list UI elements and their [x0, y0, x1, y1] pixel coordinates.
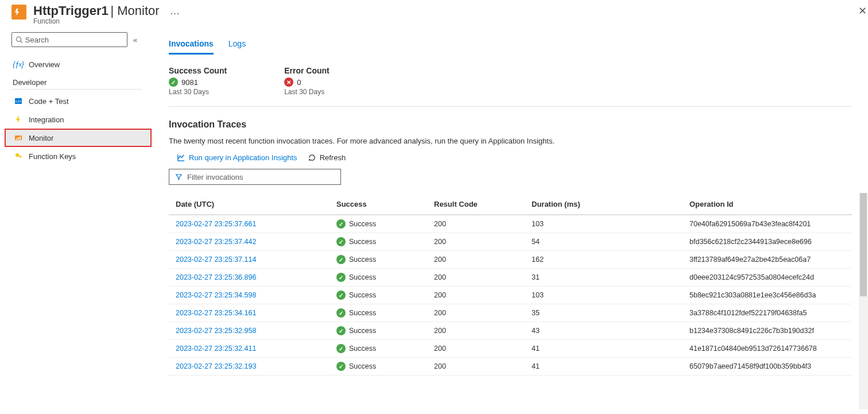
svg-rect-10: [20, 156, 21, 158]
refresh-icon: [308, 153, 316, 162]
tab-invocations[interactable]: Invocations: [169, 39, 214, 55]
cell-operation: 3ff213789af649e27a2be42b5eac06a7: [683, 251, 852, 269]
cell-success: ✓Success: [330, 251, 427, 269]
table-row: 2023-02-27 23:25:34.598✓Success2001035b8…: [169, 287, 852, 304]
sidebar-item-function-keys[interactable]: Function Keys: [11, 147, 150, 165]
sidebar-item-monitor[interactable]: Monitor: [5, 129, 152, 147]
refresh-button[interactable]: Refresh: [308, 153, 346, 162]
search-input[interactable]: [25, 36, 123, 44]
cell-success: ✓Success: [330, 304, 427, 322]
cell-result: 200: [427, 322, 525, 340]
sidebar-item-overview[interactable]: {ƒx} Overview: [11, 55, 150, 73]
cell-duration: 31: [525, 269, 683, 287]
table-row: 2023-02-27 23:25:37.442✓Success20054bfd3…: [169, 233, 852, 251]
cell-success: ✓Success: [330, 215, 427, 233]
svg-rect-6: [18, 137, 19, 140]
cell-operation: 5b8ec921c303a0881e1ee3c456e86d3a: [683, 287, 852, 304]
run-query-link[interactable]: Run query in Application Insights: [177, 153, 297, 162]
cell-date[interactable]: 2023-02-27 23:25:36.896: [169, 269, 330, 287]
invocations-table: Date (UTC) Success Result Code Duration …: [169, 194, 852, 376]
more-actions-button[interactable]: …: [170, 5, 181, 17]
cell-result: 200: [427, 358, 525, 376]
cell-success: ✓Success: [330, 322, 427, 340]
metric-error: Error Count ✕ 0 Last 30 Days: [284, 66, 330, 96]
success-icon: ✓: [336, 219, 346, 229]
cell-date[interactable]: 2023-02-27 23:25:32.411: [169, 340, 330, 358]
success-icon: ✓: [336, 255, 346, 264]
table-row: 2023-02-27 23:25:36.896✓Success20031d0ee…: [169, 269, 852, 287]
sidebar: « {ƒx} Overview Developer </> Code + Tes…: [0, 28, 150, 409]
close-button[interactable]: ✕: [858, 5, 867, 17]
th-success[interactable]: Success: [330, 194, 427, 215]
cell-result: 200: [427, 215, 525, 233]
cell-date[interactable]: 2023-02-27 23:25:32.958: [169, 322, 330, 340]
lightning-icon: [14, 115, 23, 123]
refresh-label: Refresh: [320, 153, 346, 162]
page-title: HttpTrigger1 | Monitor: [33, 3, 160, 18]
cell-result: 200: [427, 340, 525, 358]
success-icon: ✓: [336, 237, 346, 246]
filter-input-wrapper[interactable]: [169, 169, 341, 185]
cell-duration: 162: [525, 251, 683, 269]
th-operation[interactable]: Operation Id: [683, 194, 852, 215]
cell-date[interactable]: 2023-02-27 23:25:37.442: [169, 233, 330, 251]
th-duration[interactable]: Duration (ms): [525, 194, 683, 215]
svg-text:</>: </>: [15, 99, 22, 104]
cell-result: 200: [427, 269, 525, 287]
cell-operation: 3a3788c4f1012fdef522179f04638fa5: [683, 304, 852, 322]
cell-duration: 35: [525, 304, 683, 322]
table-row: 2023-02-27 23:25:37.661✓Success20010370e…: [169, 215, 852, 233]
cell-date[interactable]: 2023-02-27 23:25:34.598: [169, 287, 330, 304]
sidebar-item-integration[interactable]: Integration: [11, 110, 150, 129]
cell-result: 200: [427, 304, 525, 322]
error-icon: ✕: [284, 78, 293, 87]
collapse-sidebar-button[interactable]: «: [133, 36, 137, 44]
metric-success-title: Success Count: [169, 66, 227, 75]
cell-operation: 41e1871c04840eb9513d726147736678: [683, 340, 852, 358]
success-icon: ✓: [336, 362, 346, 371]
svg-line-1: [21, 41, 22, 42]
cell-duration: 43: [525, 322, 683, 340]
filter-icon: [175, 173, 183, 181]
sidebar-item-label: Overview: [29, 60, 60, 69]
tab-logs[interactable]: Logs: [228, 39, 246, 55]
success-icon: ✓: [336, 291, 346, 300]
metric-success-sub: Last 30 Days: [169, 88, 227, 96]
cell-date[interactable]: 2023-02-27 23:25:37.114: [169, 251, 330, 269]
sidebar-item-code-test[interactable]: </> Code + Test: [11, 92, 150, 110]
metric-error-sub: Last 30 Days: [284, 88, 330, 96]
svg-rect-7: [20, 137, 21, 140]
cell-operation: d0eee203124c9572535a0804ecefc24d: [683, 269, 852, 287]
key-icon: [14, 152, 23, 160]
metric-error-value: 0: [297, 78, 301, 87]
cell-operation: bfd356c6218cf2c2344913a9ece8e696: [683, 233, 852, 251]
sidebar-item-label: Code + Test: [29, 97, 69, 106]
th-result[interactable]: Result Code: [427, 194, 525, 215]
svg-rect-5: [16, 138, 17, 140]
cell-date[interactable]: 2023-02-27 23:25:37.661: [169, 215, 330, 233]
filter-input[interactable]: [187, 173, 335, 181]
scrollbar-thumb[interactable]: [860, 193, 867, 296]
cell-success: ✓Success: [330, 340, 427, 358]
cell-operation: b1234e37308c8491c226c7b3b190d32f: [683, 322, 852, 340]
success-icon: ✓: [169, 78, 178, 87]
cell-date[interactable]: 2023-02-27 23:25:34.161: [169, 304, 330, 322]
cell-duration: 54: [525, 233, 683, 251]
tabs: Invocations Logs: [169, 39, 852, 55]
cell-success: ✓Success: [330, 233, 427, 251]
cell-success: ✓Success: [330, 358, 427, 376]
svg-point-0: [17, 37, 21, 41]
search-input-wrapper[interactable]: [11, 32, 127, 47]
cell-success: ✓Success: [330, 269, 427, 287]
page-header: HttpTrigger1 | Monitor … Function ✕: [0, 0, 868, 28]
cell-operation: 70e40fa62915069a7b43e3feac8f4201: [683, 215, 852, 233]
cell-duration: 41: [525, 340, 683, 358]
scrollbar[interactable]: [859, 193, 868, 409]
cell-date[interactable]: 2023-02-27 23:25:32.193: [169, 358, 330, 376]
search-icon: [16, 36, 23, 44]
th-date[interactable]: Date (UTC): [169, 194, 330, 215]
run-query-label: Run query in Application Insights: [189, 153, 297, 162]
table-row: 2023-02-27 23:25:34.161✓Success200353a37…: [169, 304, 852, 322]
sidebar-section-developer: Developer: [11, 73, 141, 90]
metric-success-value: 9081: [181, 78, 198, 87]
